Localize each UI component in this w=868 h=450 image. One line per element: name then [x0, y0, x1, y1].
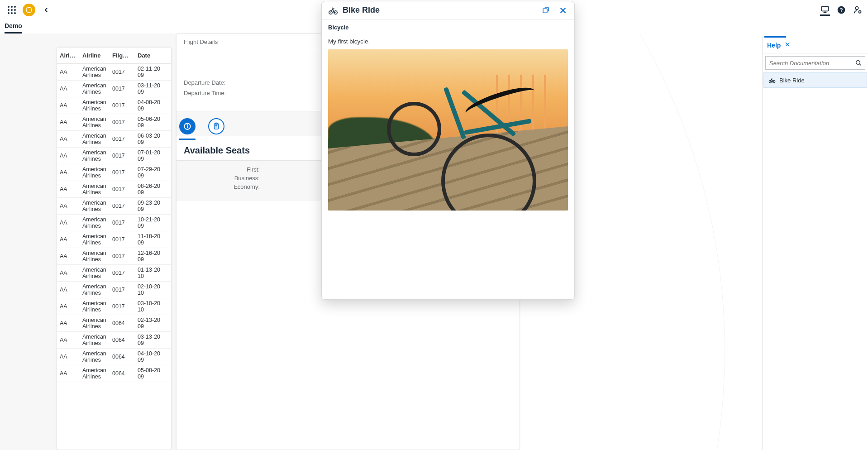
svg-point-7	[859, 11, 861, 13]
table-cell: 02-10-20 10	[135, 282, 171, 298]
table-row[interactable]: AAAmerican Airlines006403-13-20 09	[57, 332, 171, 349]
table-row[interactable]: AAAmerican Airlines001704-08-20 09	[57, 97, 171, 114]
table-cell: AA	[57, 114, 80, 131]
table-cell: 0017	[110, 64, 135, 81]
table-cell: 0017	[110, 164, 135, 181]
table-cell: 0064	[110, 332, 135, 349]
table-cell: American Airlines	[80, 231, 110, 248]
table-cell: American Airlines	[80, 332, 110, 349]
popover-close-button[interactable]	[558, 5, 568, 15]
table-cell: American Airlines	[80, 131, 110, 148]
col-airline-name[interactable]: Airline	[80, 48, 110, 64]
table-cell: 0017	[110, 131, 135, 148]
table-cell: 0017	[110, 114, 135, 131]
table-cell: AA	[57, 164, 80, 181]
table-row[interactable]: AAAmerican Airlines001701-13-20 10	[57, 265, 171, 282]
table-cell: American Airlines	[80, 114, 110, 131]
help-circle-icon: ?	[837, 5, 846, 14]
table-cell: 12-16-20 09	[135, 248, 171, 265]
svg-point-19	[769, 81, 771, 83]
table-cell: AA	[57, 332, 80, 349]
user-icon	[25, 6, 33, 14]
help-header-button[interactable]: ?	[836, 5, 846, 15]
table-row[interactable]: AAAmerican Airlines006405-08-20 09	[57, 365, 171, 382]
table-cell: AA	[57, 148, 80, 164]
table-row[interactable]: AAAmerican Airlines001703-10-20 10	[57, 298, 171, 315]
table-row[interactable]: AAAmerican Airlines006402-13-20 09	[57, 315, 171, 332]
table-row[interactable]: AAAmerican Airlines001710-21-20 09	[57, 215, 171, 231]
table-cell: AA	[57, 298, 80, 315]
table-cell: 0017	[110, 198, 135, 215]
table-cell: AA	[57, 215, 80, 231]
info-icon	[183, 122, 191, 130]
table-cell: 05-08-20 09	[135, 365, 171, 382]
table-row[interactable]: AAAmerican Airlines001706-03-20 09	[57, 131, 171, 148]
popover-image	[328, 49, 568, 211]
table-row[interactable]: AAAmerican Airlines001712-16-20 09	[57, 248, 171, 265]
user-gear-icon	[853, 5, 862, 14]
seat-economy-label: Economy:	[184, 183, 260, 190]
table-cell: American Airlines	[80, 181, 110, 198]
table-row[interactable]: AAAmerican Airlines001709-23-20 09	[57, 198, 171, 215]
table-cell: AA	[57, 282, 80, 298]
col-date[interactable]: Date	[135, 48, 171, 64]
col-flight-number[interactable]: Flight ...	[110, 48, 135, 64]
table-cell: American Airlines	[80, 365, 110, 382]
tab-demo[interactable]: Demo	[5, 20, 22, 34]
col-airline-code[interactable]: Airline	[57, 48, 80, 64]
help-tab[interactable]: Help	[767, 42, 781, 49]
table-cell: American Airlines	[80, 64, 110, 81]
table-cell: 0064	[110, 365, 135, 382]
svg-point-0	[26, 7, 32, 13]
bicycle-icon	[768, 77, 776, 84]
table-cell: American Airlines	[80, 282, 110, 298]
table-row[interactable]: AAAmerican Airlines001702-10-20 10	[57, 282, 171, 298]
open-new-window-icon	[542, 6, 550, 14]
user-settings-button[interactable]	[853, 5, 863, 15]
table-cell: 01-13-20 10	[135, 265, 171, 282]
table-row[interactable]: AAAmerican Airlines001703-11-20 09	[57, 81, 171, 97]
table-cell: 0017	[110, 282, 135, 298]
help-search[interactable]	[765, 56, 865, 70]
table-row[interactable]: AAAmerican Airlines001702-11-20 09	[57, 64, 171, 81]
help-search-input[interactable]	[769, 60, 855, 67]
table-row[interactable]: AAAmerican Airlines001711-18-20 09	[57, 231, 171, 248]
svg-rect-23	[543, 9, 547, 13]
bicycle-icon	[328, 5, 338, 15]
clipboard-tab-button[interactable]	[208, 118, 224, 134]
table-cell: American Airlines	[80, 298, 110, 315]
table-cell: American Airlines	[80, 215, 110, 231]
table-cell: 06-03-20 09	[135, 131, 171, 148]
monitor-icon	[820, 5, 830, 14]
info-tab-button[interactable]	[179, 118, 196, 134]
table-row[interactable]: AAAmerican Airlines006404-10-20 09	[57, 349, 171, 365]
table-row[interactable]: AAAmerican Airlines001708-26-20 09	[57, 181, 171, 198]
help-result-bike-ride[interactable]: Bike Ride	[763, 72, 867, 88]
search-icon	[855, 59, 862, 67]
flights-table-scroll[interactable]: Airline Airline Flight ... Date AAAmeric…	[57, 48, 171, 450]
close-icon	[784, 41, 791, 48]
table-cell: AA	[57, 97, 80, 114]
table-cell: 04-08-20 09	[135, 97, 171, 114]
table-cell: 0064	[110, 349, 135, 365]
table-row[interactable]: AAAmerican Airlines001707-29-20 09	[57, 164, 171, 181]
table-cell: AA	[57, 81, 80, 97]
table-row[interactable]: AAAmerican Airlines001707-01-20 09	[57, 148, 171, 164]
back-button[interactable]	[40, 4, 52, 16]
table-cell: American Airlines	[80, 148, 110, 164]
table-cell: AA	[57, 315, 80, 332]
table-cell: 02-13-20 09	[135, 315, 171, 332]
app-launcher-button[interactable]	[5, 4, 18, 16]
popover-open-new-button[interactable]	[541, 5, 551, 15]
table-cell: American Airlines	[80, 164, 110, 181]
help-close-button[interactable]	[784, 41, 791, 49]
table-cell: American Airlines	[80, 97, 110, 114]
avatar[interactable]	[23, 4, 35, 16]
table-cell: American Airlines	[80, 349, 110, 365]
seat-business-label: Business:	[184, 175, 260, 182]
table-cell: American Airlines	[80, 198, 110, 215]
flights-table-card: Airline Airline Flight ... Date AAAmeric…	[57, 47, 172, 450]
desktop-button[interactable]	[820, 4, 830, 16]
table-row[interactable]: AAAmerican Airlines001705-06-20 09	[57, 114, 171, 131]
table-cell: AA	[57, 198, 80, 215]
